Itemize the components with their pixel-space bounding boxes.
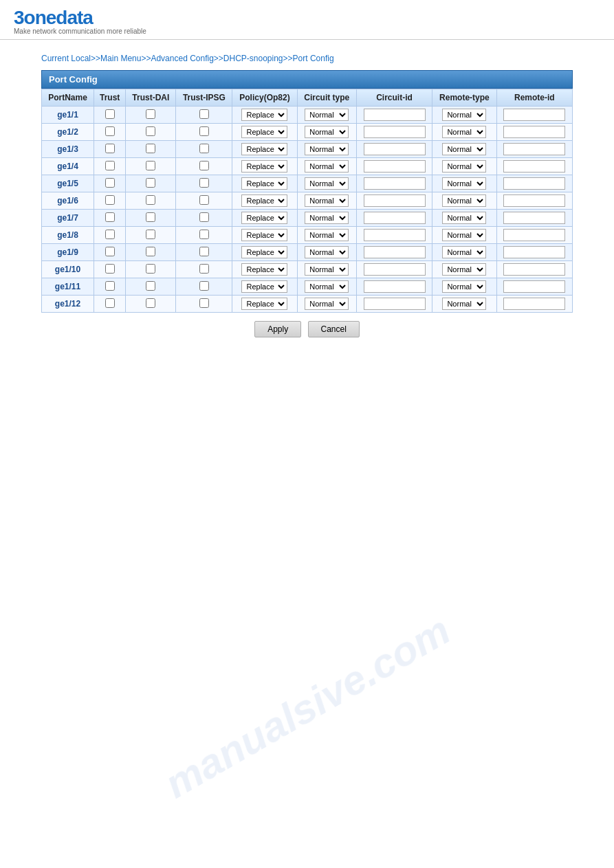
policy-select[interactable]: ReplaceKeepDrop (241, 263, 287, 276)
trust-checkbox[interactable] (105, 264, 115, 274)
trust-checkbox[interactable] (105, 298, 115, 308)
circuit-id-input[interactable] (364, 280, 426, 293)
trust-ipsg-checkbox[interactable] (199, 247, 209, 256)
remote-type-select[interactable]: NormalCustom (442, 160, 486, 173)
policy-select[interactable]: ReplaceKeepDrop (241, 280, 287, 293)
trust-ipsg-checkbox[interactable] (199, 109, 209, 119)
trust-dai-checkbox[interactable] (146, 126, 155, 136)
remote-id-input[interactable] (503, 280, 565, 293)
circuit-type-select[interactable]: NormalCustom (305, 160, 349, 173)
remote-id-input[interactable] (503, 212, 565, 224)
trust-dai-checkbox[interactable] (146, 144, 155, 153)
remote-type-cell: NormalCustom (432, 227, 497, 244)
circuit-id-input[interactable] (364, 109, 426, 121)
trust-dai-checkbox[interactable] (146, 195, 155, 205)
circuit-id-input[interactable] (364, 212, 426, 224)
circuit-type-select[interactable]: NormalCustom (305, 280, 349, 293)
circuit-type-select[interactable]: NormalCustom (305, 177, 349, 190)
remote-type-select[interactable]: NormalCustom (442, 246, 486, 258)
trust-checkbox[interactable] (105, 178, 115, 188)
circuit-type-select[interactable]: NormalCustom (305, 194, 349, 207)
policy-select[interactable]: ReplaceKeepDrop (241, 177, 287, 190)
policy-select[interactable]: ReplaceKeepDrop (241, 143, 287, 155)
remote-type-select[interactable]: NormalCustom (442, 194, 486, 207)
policy-select[interactable]: ReplaceKeepDrop (241, 109, 287, 121)
remote-type-select[interactable]: NormalCustom (442, 109, 486, 121)
trust-ipsg-checkbox[interactable] (199, 195, 209, 205)
policy-select[interactable]: ReplaceKeepDrop (241, 160, 287, 173)
circuit-type-select[interactable]: NormalCustom (305, 229, 349, 241)
circuit-id-input[interactable] (364, 263, 426, 276)
trust-dai-checkbox[interactable] (146, 298, 155, 308)
remote-type-select[interactable]: NormalCustom (442, 126, 486, 138)
circuit-id-input[interactable] (364, 143, 426, 155)
remote-id-input[interactable] (503, 177, 565, 190)
trust-dai-checkbox[interactable] (146, 264, 155, 274)
remote-type-select[interactable]: NormalCustom (442, 263, 486, 276)
policy-select[interactable]: ReplaceKeepDrop (241, 212, 287, 224)
trust-dai-checkbox[interactable] (146, 161, 155, 170)
circuit-type-select[interactable]: NormalCustom (305, 126, 349, 138)
circuit-type-select[interactable]: NormalCustom (305, 109, 349, 121)
trust-checkbox[interactable] (105, 109, 115, 119)
trust-ipsg-checkbox[interactable] (199, 126, 209, 136)
remote-type-select[interactable]: NormalCustom (442, 177, 486, 190)
circuit-id-input[interactable] (364, 126, 426, 138)
trust-ipsg-checkbox[interactable] (199, 178, 209, 188)
cancel-button[interactable]: Cancel (308, 321, 360, 337)
trust-dai-checkbox[interactable] (146, 281, 155, 291)
trust-ipsg-checkbox[interactable] (199, 298, 209, 308)
trust-dai-checkbox[interactable] (146, 230, 155, 239)
remote-id-input[interactable] (503, 194, 565, 207)
trust-dai-checkbox[interactable] (146, 109, 155, 119)
trust-ipsg-checkbox[interactable] (199, 212, 209, 222)
remote-id-input[interactable] (503, 109, 565, 121)
circuit-type-select[interactable]: NormalCustom (305, 246, 349, 258)
circuit-id-input[interactable] (364, 298, 426, 310)
remote-type-select[interactable]: NormalCustom (442, 229, 486, 241)
trust-checkbox[interactable] (105, 230, 115, 239)
trust-ipsg-checkbox[interactable] (199, 230, 209, 239)
remote-id-input[interactable] (503, 126, 565, 138)
circuit-id-input[interactable] (364, 160, 426, 173)
policy-select[interactable]: ReplaceKeepDrop (241, 246, 287, 258)
circuit-id-input[interactable] (364, 177, 426, 190)
circuit-id-input[interactable] (364, 246, 426, 258)
trust-checkbox[interactable] (105, 126, 115, 136)
policy-select[interactable]: ReplaceKeepDrop (241, 298, 287, 310)
trust-dai-checkbox[interactable] (146, 212, 155, 222)
trust-checkbox[interactable] (105, 144, 115, 153)
circuit-id-input[interactable] (364, 194, 426, 207)
circuit-type-select[interactable]: NormalCustom (305, 263, 349, 276)
remote-id-input[interactable] (503, 263, 565, 276)
trust-dai-checkbox[interactable] (146, 178, 155, 188)
trust-ipsg-checkbox[interactable] (199, 281, 209, 291)
policy-select[interactable]: ReplaceKeepDrop (241, 194, 287, 207)
trust-ipsg-checkbox[interactable] (199, 144, 209, 153)
policy-select[interactable]: ReplaceKeepDrop (241, 229, 287, 241)
trust-dai-checkbox[interactable] (146, 247, 155, 256)
trust-checkbox[interactable] (105, 281, 115, 291)
circuit-type-select[interactable]: NormalCustom (305, 143, 349, 155)
remote-type-select[interactable]: NormalCustom (442, 212, 486, 224)
remote-id-input[interactable] (503, 160, 565, 173)
circuit-type-select[interactable]: NormalCustom (305, 298, 349, 310)
trust-checkbox[interactable] (105, 195, 115, 205)
circuit-type-select[interactable]: NormalCustom (305, 212, 349, 224)
remote-type-select[interactable]: NormalCustom (442, 143, 486, 155)
remote-type-select[interactable]: NormalCustom (442, 280, 486, 293)
apply-button[interactable]: Apply (254, 321, 301, 337)
trust-checkbox[interactable] (105, 212, 115, 222)
remote-id-input[interactable] (503, 143, 565, 155)
remote-id-input[interactable] (503, 298, 565, 310)
policy-select[interactable]: ReplaceKeepDrop (241, 126, 287, 138)
remote-type-select[interactable]: NormalCustom (442, 298, 486, 310)
trust-checkbox[interactable] (105, 161, 115, 170)
circuit-id-input[interactable] (364, 229, 426, 241)
trust-ipsg-checkbox[interactable] (199, 264, 209, 274)
remote-id-input[interactable] (503, 229, 565, 241)
trust-checkbox[interactable] (105, 247, 115, 256)
remote-id-input[interactable] (503, 246, 565, 258)
remote-type-cell: NormalCustom (432, 107, 497, 124)
trust-ipsg-checkbox[interactable] (199, 161, 209, 170)
